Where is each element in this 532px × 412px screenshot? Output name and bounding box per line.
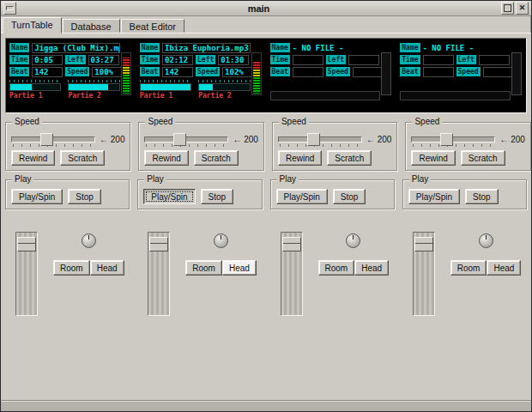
head-button[interactable]: Head xyxy=(354,260,389,276)
play-spin-button[interactable]: Play/Spin xyxy=(11,189,63,204)
volume-fader[interactable] xyxy=(413,232,435,316)
speed-slider-handle[interactable] xyxy=(40,133,53,146)
time-value: 0:05 xyxy=(32,55,63,65)
room-button[interactable]: Room xyxy=(450,260,487,276)
name-label: Name xyxy=(400,43,420,52)
volume-fader[interactable] xyxy=(148,232,170,316)
speed-label: Speed xyxy=(196,67,220,76)
play-panel-2: Play Play/Spin Stop xyxy=(137,179,262,209)
pan-knob[interactable] xyxy=(346,233,360,248)
tab-turntable[interactable]: TurnTable xyxy=(3,17,62,33)
scratch-button[interactable]: Scratch xyxy=(461,150,505,166)
section-progress xyxy=(198,83,250,91)
window-menu-button[interactable] xyxy=(3,2,16,15)
speed-panel-title: Speed xyxy=(412,117,442,126)
room-button[interactable]: Room xyxy=(318,260,355,276)
left-value: 03:27 xyxy=(88,55,119,65)
play-spin-button[interactable]: Play/Spin xyxy=(408,189,460,204)
left-value xyxy=(479,55,510,65)
name-label: Name xyxy=(140,43,160,52)
stop-button[interactable]: Stop xyxy=(201,189,234,204)
play-spin-button[interactable]: Play/Spin xyxy=(276,189,328,204)
fader-handle[interactable] xyxy=(149,237,168,251)
play-row: Play Play/Spin Stop Play Play/Spin Stop … xyxy=(4,179,528,209)
close-button[interactable]: ✕ xyxy=(516,2,529,15)
time-label: Time xyxy=(140,55,160,64)
track-name: - NO FILE - xyxy=(423,44,475,52)
maximize-icon xyxy=(504,4,511,12)
time-value xyxy=(423,55,454,65)
beat-value xyxy=(423,67,454,77)
status-bar xyxy=(1,400,531,411)
speed-panel-2: Speed ← 200 Rewind Scratch xyxy=(138,122,263,171)
speed-slider-handle[interactable] xyxy=(173,133,186,146)
stop-button[interactable]: Stop xyxy=(465,189,499,204)
section-label: Partie 1 xyxy=(9,92,61,100)
beat-label: Beat xyxy=(140,67,160,76)
speed-slider[interactable] xyxy=(278,131,362,147)
slider-ticks xyxy=(146,144,227,147)
scratch-button[interactable]: Scratch xyxy=(60,150,105,166)
time-label: Time xyxy=(9,55,29,64)
head-button[interactable]: Head xyxy=(90,260,124,276)
rewind-button[interactable]: Rewind xyxy=(11,150,55,166)
room-button[interactable]: Room xyxy=(53,260,90,276)
section-progress xyxy=(9,83,61,91)
mixer-row: Room Head Room Head xyxy=(4,232,528,318)
fader-handle[interactable] xyxy=(282,237,301,251)
speed-value xyxy=(353,67,384,77)
slider-groove xyxy=(278,136,362,142)
play-panel-1: Play Play/Spin Stop xyxy=(5,179,130,209)
speed-panel-3: Speed ← 200 Rewind Scratch xyxy=(272,122,397,171)
lcd-display: Name Jigga (Club Mix).mp3 Time 0:05 Left… xyxy=(5,38,527,113)
play-spin-button[interactable]: Play/Spin xyxy=(143,189,195,204)
fader-handle[interactable] xyxy=(414,237,433,251)
tab-database[interactable]: Database xyxy=(63,19,120,33)
speed-slider-handle[interactable] xyxy=(307,133,320,146)
beat-label: Beat xyxy=(270,67,290,76)
beat-label: Beat xyxy=(400,67,420,76)
name-label: Name xyxy=(9,43,29,52)
time-value: 02:12 xyxy=(162,55,193,65)
head-button[interactable]: Head xyxy=(222,260,257,276)
rewind-button[interactable]: Rewind xyxy=(278,150,322,166)
pan-knob[interactable] xyxy=(82,233,96,248)
tab-beat-editor[interactable]: Beat Editor xyxy=(121,19,184,33)
room-button[interactable]: Room xyxy=(185,260,222,276)
track-sections: Partie 1 Partie 2 xyxy=(140,80,251,100)
speed-panel-title: Speed xyxy=(145,117,175,126)
section-2: Partie 2 xyxy=(198,80,250,100)
play-panel-title: Play xyxy=(144,174,166,184)
speed-slider[interactable] xyxy=(411,131,495,147)
rewind-button[interactable]: Rewind xyxy=(144,150,188,166)
tab-bar: TurnTable Database Beat Editor xyxy=(1,16,531,33)
speed-value: 102% xyxy=(222,67,253,77)
speed-slider[interactable] xyxy=(144,131,228,147)
speed-range-label: ← 200 xyxy=(499,135,524,144)
volume-fader[interactable] xyxy=(281,232,303,316)
head-button[interactable]: Head xyxy=(487,260,521,276)
section-progress xyxy=(68,83,119,91)
pan-knob[interactable] xyxy=(479,233,493,248)
left-label: Left xyxy=(456,55,476,64)
pan-knob[interactable] xyxy=(214,233,228,248)
stop-button[interactable]: Stop xyxy=(333,189,366,204)
speed-slider[interactable] xyxy=(11,131,95,147)
time-label: Time xyxy=(270,55,290,64)
maximize-button[interactable] xyxy=(501,2,514,15)
scratch-button[interactable]: Scratch xyxy=(327,150,372,166)
mixer-channel-3: Room Head xyxy=(270,232,395,318)
stop-button[interactable]: Stop xyxy=(68,189,101,204)
volume-fader[interactable] xyxy=(15,232,38,316)
section-progress xyxy=(140,83,191,91)
fader-handle[interactable] xyxy=(17,237,36,251)
deck-display-4: Name - NO FILE - Time Left Beat Speed xyxy=(398,41,524,110)
speed-panel-title: Speed xyxy=(279,117,309,126)
speed-label: Speed xyxy=(456,67,481,76)
section-ticks xyxy=(9,80,61,82)
speed-slider-handle[interactable] xyxy=(440,133,453,146)
rewind-button[interactable]: Rewind xyxy=(411,150,455,166)
scratch-button[interactable]: Scratch xyxy=(194,150,239,166)
slider-groove xyxy=(144,136,228,142)
vu-segments xyxy=(252,53,261,94)
